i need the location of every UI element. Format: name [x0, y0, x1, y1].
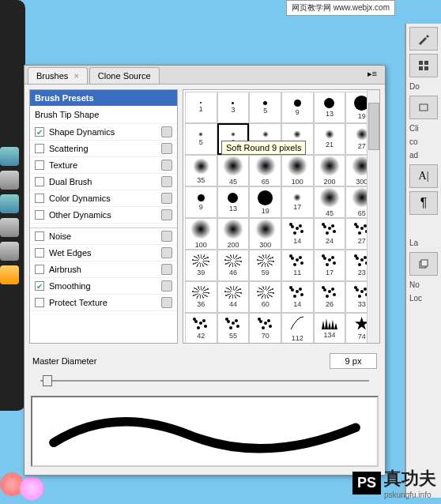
checkbox[interactable]	[35, 281, 44, 291]
slider-thumb[interactable]	[43, 375, 52, 386]
brush-swatch[interactable]: 200	[314, 155, 346, 186]
brush-swatch[interactable]: 45	[314, 186, 346, 218]
brush-swatch[interactable]: 19	[249, 186, 281, 218]
master-diameter-slider[interactable]	[40, 374, 369, 388]
grid-scrollbar[interactable]	[367, 90, 379, 343]
brush-swatch[interactable]: 134	[314, 313, 346, 343]
brush-swatch[interactable]: 5	[185, 123, 217, 155]
checkbox[interactable]	[35, 127, 44, 137]
preset-option-smoothing[interactable]: Smoothing	[30, 278, 177, 295]
brush-swatch[interactable]: 45	[217, 155, 250, 186]
brush-size-label: 11	[293, 269, 301, 276]
brush-swatch[interactable]: 17	[314, 250, 346, 281]
bg-app-icon	[0, 242, 19, 261]
preset-option-scattering[interactable]: Scattering	[30, 141, 177, 157]
bg-app-icon	[0, 265, 19, 284]
brush-swatch[interactable]: 9	[185, 186, 217, 218]
checkbox[interactable]	[35, 248, 44, 258]
brush-swatch[interactable]: 21	[314, 123, 346, 155]
lock-icon[interactable]	[161, 231, 172, 242]
brush-swatch[interactable]: 46	[217, 250, 250, 281]
brush-swatch[interactable]: 14	[281, 218, 314, 250]
brush-swatch[interactable]: 55	[217, 313, 250, 343]
brush-swatch[interactable]: 1	[185, 92, 217, 123]
brush-swatch[interactable]: 59	[249, 250, 281, 281]
brush-swatch[interactable]: 65	[249, 155, 281, 186]
brush-swatch[interactable]: 44	[217, 281, 250, 313]
tab-brushes[interactable]: Brushes ×	[28, 67, 88, 84]
brush-swatch[interactable]: 36	[185, 281, 217, 313]
brush-presets-header[interactable]: Brush Presets	[30, 90, 177, 106]
brush-swatch[interactable]: 39	[185, 250, 217, 281]
checkbox[interactable]	[35, 194, 44, 203]
preset-option-texture[interactable]: Texture	[30, 157, 177, 174]
lock-icon[interactable]	[161, 280, 172, 291]
preset-option-other-dynamics[interactable]: Other Dynamics	[30, 207, 177, 224]
brush-swatch[interactable]: 11	[281, 250, 314, 281]
lock-icon[interactable]	[161, 143, 172, 154]
brush-swatch[interactable]: 70	[249, 313, 281, 343]
brush-swatch[interactable]: 60	[249, 281, 281, 313]
tool-button[interactable]	[409, 54, 438, 77]
lock-icon[interactable]	[161, 176, 172, 187]
master-diameter-input[interactable]: 9 px	[330, 353, 377, 369]
lock-icon[interactable]	[161, 264, 172, 275]
lock-icon[interactable]	[161, 209, 172, 220]
flower-decoration	[20, 476, 43, 500]
scrollbar-thumb[interactable]	[368, 103, 379, 150]
brush-swatch[interactable]: 17	[281, 186, 314, 218]
lock-icon[interactable]	[161, 193, 172, 204]
pskungfu-watermark: PS 真功夫 pskungfu.info	[352, 467, 436, 499]
brush-shape-icon	[255, 219, 276, 239]
preset-option-wet-edges[interactable]: Wet Edges	[30, 245, 177, 261]
brush-swatch[interactable]: 13	[217, 186, 250, 218]
brush-tip-shape[interactable]: Brush Tip Shape	[30, 106, 177, 124]
checkbox[interactable]	[35, 231, 44, 241]
preset-option-protect-texture[interactable]: Protect Texture	[30, 295, 177, 311]
brush-swatch[interactable]: 200	[217, 218, 250, 250]
brush-size-label: 3	[231, 106, 235, 114]
checkbox[interactable]	[35, 298, 44, 307]
character-panel-button[interactable]: A|	[409, 164, 438, 188]
brush-swatch[interactable]: 24	[314, 218, 346, 250]
brush-swatch[interactable]: 14	[281, 281, 314, 313]
tab-clone-source[interactable]: Clone Source	[89, 67, 160, 84]
bg-app-icon	[0, 147, 19, 166]
checkbox[interactable]	[35, 210, 44, 220]
preset-option-airbrush[interactable]: Airbrush	[30, 261, 177, 278]
tool-button[interactable]	[409, 27, 438, 51]
checkbox[interactable]	[35, 177, 44, 186]
preset-option-dual-brush[interactable]: Dual Brush	[30, 174, 177, 190]
brush-swatch[interactable]: 42	[185, 313, 217, 343]
brush-shape-icon	[223, 156, 243, 176]
brush-swatch[interactable]: 112	[281, 313, 314, 343]
brush-swatch[interactable]: 100	[281, 155, 314, 186]
preset-option-noise[interactable]: Noise	[30, 228, 177, 245]
lock-icon[interactable]	[161, 160, 172, 171]
brush-swatch[interactable]: 26	[314, 281, 346, 313]
lock-icon[interactable]	[161, 126, 172, 137]
panel-flyout-menu[interactable]: ▸≡	[363, 67, 382, 84]
lock-icon[interactable]	[161, 297, 172, 308]
brush-swatch[interactable]: 9	[281, 92, 314, 123]
option-label: Smoothing	[49, 281, 91, 291]
brush-swatch[interactable]: 100	[185, 218, 217, 250]
checkbox[interactable]	[35, 265, 44, 274]
brush-swatch[interactable]: 3	[217, 92, 250, 123]
tool-button[interactable]	[409, 96, 438, 119]
brush-size-label: 42	[197, 332, 205, 340]
brush-swatch[interactable]: 35	[185, 155, 217, 186]
paragraph-panel-button[interactable]: ¶	[409, 191, 438, 215]
layers-panel-button[interactable]	[409, 252, 438, 276]
brush-swatch[interactable]: 13	[314, 92, 346, 123]
preset-option-shape-dynamics[interactable]: Shape Dynamics	[30, 124, 177, 141]
brush-shape-icon	[258, 190, 273, 205]
checkbox[interactable]	[35, 144, 44, 153]
option-label: Noise	[49, 231, 71, 241]
brush-swatch[interactable]: 5	[249, 92, 281, 123]
checkbox[interactable]	[35, 160, 44, 170]
preset-option-color-dynamics[interactable]: Color Dynamics	[30, 190, 177, 207]
close-tab-icon[interactable]: ×	[74, 71, 78, 81]
brush-swatch[interactable]: 300	[249, 218, 281, 250]
lock-icon[interactable]	[161, 247, 172, 258]
